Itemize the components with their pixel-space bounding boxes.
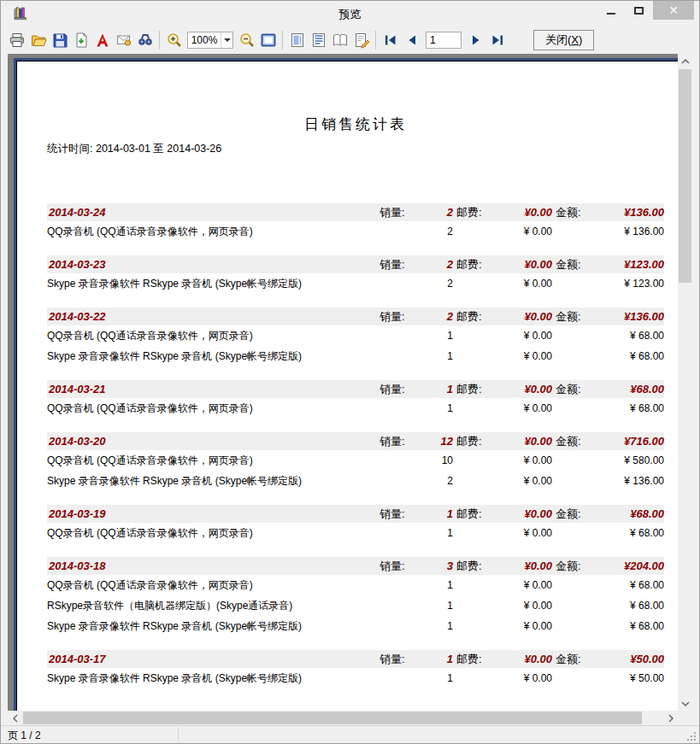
date-group-header: 2014-03-21 销量: 1 邮费: ¥0.00 金额: ¥68.00	[47, 380, 664, 398]
zoom-dropdown-button[interactable]	[221, 32, 232, 48]
product-qty: 1	[419, 398, 453, 419]
find-button[interactable]	[134, 29, 156, 51]
group-items: QQ录音机 (QQ通话录音录像软件，网页录音) 10 ¥ 0.00 ¥ 580.…	[47, 450, 664, 491]
product-row: QQ录音机 (QQ通话录音录像软件，网页录音) 1 ¥ 0.00 ¥ 68.00	[47, 325, 664, 346]
product-amount: ¥ 50.00	[600, 668, 664, 688]
product-qty: 1	[419, 325, 453, 346]
open-button[interactable]	[27, 29, 49, 51]
email-button[interactable]	[113, 29, 134, 51]
product-name: Skype 录音录像软件 RSkype 录音机 (Skype帐号绑定版)	[47, 616, 376, 636]
postage-label: 邮费:	[453, 650, 501, 668]
product-amount: ¥ 68.00	[600, 398, 664, 419]
qty-label: 销量:	[376, 203, 419, 221]
qty-label: 销量:	[376, 557, 419, 575]
minimize-button[interactable]	[597, 1, 625, 20]
group-items: Skype 录音录像软件 RSkype 录音机 (Skype帐号绑定版) 1 ¥…	[47, 668, 664, 688]
close-preview-button[interactable]: 关闭(X)	[533, 30, 594, 50]
zoom-in-button[interactable]	[163, 29, 185, 51]
scroll-down-button[interactable]	[678, 696, 692, 711]
group-postage: ¥0.00	[501, 380, 552, 398]
group-amount: ¥50.00	[600, 650, 664, 668]
scroll-up-button[interactable]	[678, 54, 692, 68]
amount-label: 金额:	[552, 505, 600, 523]
product-qty: 2	[419, 221, 453, 242]
zoom-out-button[interactable]	[236, 29, 257, 51]
vertical-scroll-thumb[interactable]	[679, 69, 691, 283]
scroll-right-button[interactable]	[663, 711, 678, 725]
whole-page-icon	[260, 32, 277, 49]
date-group-header: 2014-03-17 销量: 1 邮费: ¥0.00 金额: ¥50.00	[47, 650, 664, 668]
scroll-left-button[interactable]	[8, 711, 22, 725]
product-amount: ¥ 123.00	[600, 273, 664, 294]
qty-label: 销量:	[376, 308, 419, 325]
group-qty: 2	[419, 308, 453, 325]
group-amount: ¥204.00	[600, 557, 664, 575]
maximize-icon	[634, 7, 644, 15]
product-row: Skype 录音录像软件 RSkype 录音机 (Skype帐号绑定版) 1 ¥…	[47, 616, 664, 636]
maximize-button[interactable]	[625, 1, 653, 20]
group-date: 2014-03-23	[47, 255, 376, 273]
pdf-button[interactable]	[91, 29, 113, 51]
page-number-input[interactable]	[426, 32, 462, 49]
product-name: QQ录音机 (QQ通话录音录像软件，网页录音)	[47, 398, 376, 419]
amount-label: 金额:	[552, 432, 600, 450]
date-group-header: 2014-03-24 销量: 2 邮费: ¥0.00 金额: ¥136.00	[47, 203, 664, 221]
group-items: QQ录音机 (QQ通话录音录像软件，网页录音) 1 ¥ 0.00 ¥ 68.00…	[47, 575, 664, 636]
product-amount: ¥ 580.00	[600, 450, 664, 471]
next-page-button[interactable]	[465, 29, 486, 51]
zoom-out-icon	[238, 32, 256, 49]
prev-page-button[interactable]	[401, 29, 422, 51]
whole-page-button[interactable]	[257, 29, 279, 51]
zoom-level-combo	[187, 32, 233, 49]
group-postage: ¥0.00	[501, 650, 552, 668]
group-date: 2014-03-19	[47, 505, 376, 523]
group-date: 2014-03-21	[47, 380, 376, 398]
single-page-view-icon	[289, 32, 306, 49]
postage-label: 邮费:	[453, 432, 501, 450]
toolbar-separator	[282, 31, 283, 50]
title-bar[interactable]: 预览 ✕	[1, 1, 699, 26]
date-group-header: 2014-03-20 销量: 12 邮费: ¥0.00 金额: ¥716.00	[47, 432, 664, 450]
product-name: Skype 录音录像软件 RSkype 录音机 (Skype帐号绑定版)	[47, 471, 376, 491]
horizontal-scroll-thumb[interactable]	[23, 712, 642, 724]
group-date: 2014-03-22	[47, 308, 376, 325]
preview-viewport: 日销售统计表 统计时间: 2014-03-01 至 2014-03-26 201…	[8, 54, 678, 711]
product-row: QQ录音机 (QQ通话录音录像软件，网页录音) 1 ¥ 0.00 ¥ 68.00	[47, 575, 664, 595]
product-name: QQ录音机 (QQ通话录音录像软件，网页录音)	[47, 523, 376, 543]
product-name: QQ录音机 (QQ通话录音录像软件，网页录音)	[47, 450, 376, 471]
postage-label: 邮费:	[453, 557, 501, 575]
product-amount: ¥ 68.00	[600, 595, 664, 616]
amount-label: 金额:	[552, 650, 600, 668]
pdf-icon	[94, 32, 111, 49]
last-page-button[interactable]	[486, 29, 508, 51]
page-setup-button[interactable]	[350, 29, 372, 51]
status-bar: 页 1 / 2	[1, 725, 699, 743]
first-page-button[interactable]	[379, 29, 401, 51]
date-group: 2014-03-24 销量: 2 邮费: ¥0.00 金额: ¥136.00 Q…	[47, 203, 664, 242]
close-window-button[interactable]: ✕	[653, 1, 694, 20]
save-button[interactable]	[49, 29, 70, 51]
postage-label: 邮费:	[453, 308, 501, 325]
report-period: 统计时间: 2014-03-01 至 2014-03-26	[47, 142, 664, 156]
continuous-view-button[interactable]	[308, 29, 329, 51]
product-row: RSkype录音软件（电脑机器绑定版）(Skype通话录音) 1 ¥ 0.00 …	[47, 595, 664, 616]
qty-label: 销量:	[376, 650, 419, 668]
export-button[interactable]	[70, 29, 91, 51]
product-qty: 1	[419, 523, 453, 543]
chevron-left-icon	[13, 714, 18, 723]
vertical-scrollbar[interactable]	[678, 54, 692, 711]
print-button[interactable]	[6, 29, 27, 51]
product-postage: ¥ 0.00	[501, 595, 552, 616]
single-page-view-button[interactable]	[286, 29, 308, 51]
email-icon	[115, 32, 132, 49]
product-name: QQ录音机 (QQ通话录音录像软件，网页录音)	[47, 325, 376, 346]
horizontal-scrollbar[interactable]	[8, 711, 678, 725]
resize-grip[interactable]	[685, 730, 696, 741]
date-group: 2014-03-22 销量: 2 邮费: ¥0.00 金额: ¥136.00 Q…	[47, 308, 664, 366]
facing-pages-button[interactable]	[329, 29, 350, 51]
group-qty: 1	[419, 505, 453, 523]
amount-label: 金额:	[552, 203, 600, 221]
zoom-level-input[interactable]	[188, 34, 221, 46]
date-group: 2014-03-23 销量: 2 邮费: ¥0.00 金额: ¥123.00 S…	[47, 255, 664, 294]
page-indicator: 页 1 / 2	[8, 729, 41, 743]
